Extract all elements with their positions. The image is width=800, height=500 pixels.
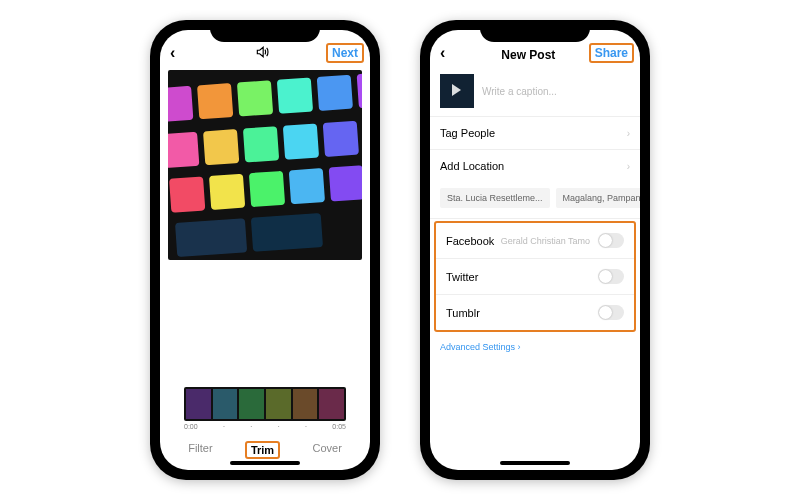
location-chip[interactable]: Magalang, Pampanga	[556, 188, 640, 208]
back-icon[interactable]: ‹	[170, 44, 194, 62]
chevron-right-icon: ›	[518, 342, 521, 352]
timeline-zone: 0:00 ···· 0:05 Filter Trim Cover	[160, 387, 370, 470]
add-location-row[interactable]: Add Location ›	[430, 150, 640, 182]
tab-filter[interactable]: Filter	[188, 442, 212, 458]
post-form: Write a caption... Tag People › Add Loca…	[430, 66, 640, 360]
video-thumbnail[interactable]	[440, 74, 474, 108]
share-button[interactable]: Share	[589, 43, 634, 63]
tab-trim[interactable]: Trim	[245, 441, 280, 459]
phone-newpost: ‹ New Post Share Write a caption... Tag …	[420, 20, 650, 480]
share-tumblr-row[interactable]: Tumblr	[436, 295, 634, 330]
tag-people-row[interactable]: Tag People ›	[430, 117, 640, 150]
facebook-toggle[interactable]	[598, 233, 624, 248]
sound-on-icon[interactable]	[250, 45, 274, 62]
phone-edit: ‹ Next	[150, 20, 380, 480]
time-end: 0:05	[332, 423, 346, 430]
chevron-right-icon: ›	[627, 161, 630, 172]
tab-cover[interactable]: Cover	[312, 442, 341, 458]
screen-newpost: ‹ New Post Share Write a caption... Tag …	[430, 30, 640, 470]
add-location-label: Add Location	[440, 160, 504, 172]
back-icon[interactable]: ‹	[440, 44, 464, 62]
location-suggestions: Sta. Lucia Resettleme... Magalang, Pampa…	[430, 182, 640, 219]
caption-row[interactable]: Write a caption...	[430, 66, 640, 117]
tumblr-toggle[interactable]	[598, 305, 624, 320]
advanced-settings-label: Advanced Settings	[440, 342, 515, 352]
share-tumblr-label: Tumblr	[446, 307, 480, 319]
page-title: New Post	[464, 48, 593, 62]
nav-newpost: ‹ New Post Share	[430, 30, 640, 66]
share-facebook-row[interactable]: Facebook Gerald Christian Tamo	[436, 223, 634, 259]
share-twitter-row[interactable]: Twitter	[436, 259, 634, 295]
trim-timeline[interactable]	[184, 387, 346, 421]
next-button[interactable]: Next	[326, 43, 364, 63]
chevron-right-icon: ›	[627, 128, 630, 139]
share-options: Facebook Gerald Christian Tamo Twitter T…	[434, 221, 636, 332]
caption-input[interactable]: Write a caption...	[482, 86, 557, 97]
share-facebook-label: Facebook	[446, 235, 494, 247]
location-chip[interactable]: Sta. Lucia Resettleme...	[440, 188, 550, 208]
tag-people-label: Tag People	[440, 127, 495, 139]
video-preview[interactable]	[168, 70, 362, 260]
time-start: 0:00	[184, 423, 198, 430]
advanced-settings-link[interactable]: Advanced Settings ›	[430, 334, 640, 360]
nav-edit: ‹ Next	[160, 30, 370, 66]
screen-edit: ‹ Next	[160, 30, 370, 470]
share-facebook-account: Gerald Christian Tamo	[501, 236, 590, 246]
share-twitter-label: Twitter	[446, 271, 478, 283]
timeline-scale: 0:00 ···· 0:05	[170, 421, 360, 434]
home-indicator[interactable]	[500, 461, 570, 465]
home-indicator[interactable]	[230, 461, 300, 465]
twitter-toggle[interactable]	[598, 269, 624, 284]
